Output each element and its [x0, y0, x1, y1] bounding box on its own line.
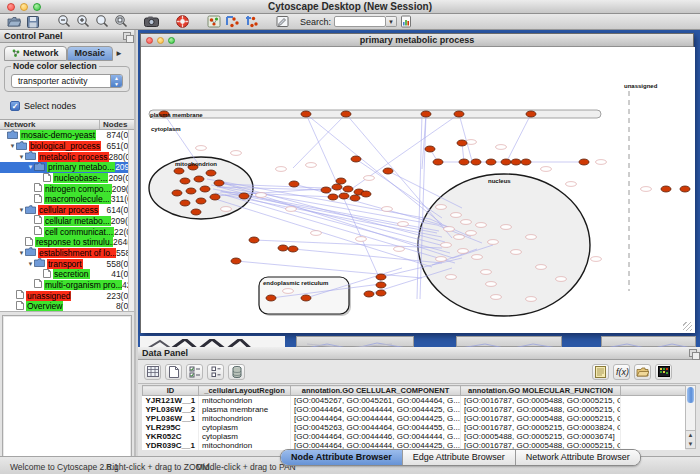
tree-row[interactable]: Overview8(0)	[0, 301, 134, 312]
graph-node[interactable]	[301, 111, 311, 117]
graph-node[interactable]	[186, 188, 196, 194]
tree-row[interactable]: macromolecule...311(0)	[0, 194, 134, 205]
new-attribute-icon[interactable]	[165, 364, 182, 380]
graph-node[interactable]	[486, 159, 496, 165]
tab-network[interactable]: Network	[4, 46, 67, 61]
graph-node[interactable]	[341, 111, 351, 117]
expand-triangle-icon[interactable]: ▼	[18, 154, 25, 160]
tab-network-attribute-browser[interactable]: Network Attribute Browser	[516, 450, 640, 465]
expand-triangle-icon[interactable]: ▼	[9, 143, 16, 149]
tree-row[interactable]: multi-organism pro...42(0)	[0, 280, 134, 291]
float-panel-icon[interactable]	[689, 349, 697, 357]
graph-node[interactable]	[433, 159, 443, 165]
graph-node[interactable]	[343, 186, 353, 192]
graph-node[interactable]	[361, 191, 371, 197]
tab-mosaic[interactable]: Mosaic	[67, 46, 114, 61]
search-option-icon[interactable]	[399, 15, 414, 28]
tree-row[interactable]: secretion41(0)	[0, 269, 134, 280]
graph-node[interactable]	[249, 237, 259, 243]
graph-node[interactable]	[526, 111, 536, 117]
tree-row[interactable]: cellular metabo...209(0)	[0, 216, 134, 227]
layout-a-icon[interactable]	[225, 15, 240, 28]
graph-node[interactable]	[200, 186, 210, 192]
graph-node[interactable]	[174, 168, 184, 174]
annotation-icon[interactable]	[275, 15, 290, 28]
network-window-titlebar[interactable]: primary metabolic process	[141, 34, 693, 47]
help-ring-icon[interactable]	[175, 15, 190, 28]
tree-col-nodes[interactable]: Nodes	[100, 120, 134, 129]
delete-attribute-icon[interactable]	[228, 364, 245, 380]
graph-node[interactable]	[328, 194, 338, 200]
tab-node-attribute-browser[interactable]: Node Attribute Browser	[281, 450, 403, 465]
graph-node[interactable]	[457, 140, 467, 146]
graph-node[interactable]	[191, 209, 201, 215]
float-panel-icon[interactable]	[123, 32, 131, 40]
import-attributes-icon[interactable]	[634, 364, 651, 380]
zoom-fit-icon[interactable]	[113, 15, 128, 28]
graph-node[interactable]	[579, 159, 589, 165]
vizmapper-icon[interactable]	[206, 15, 221, 28]
graph-node[interactable]	[266, 295, 276, 301]
matrix-icon[interactable]	[655, 364, 672, 380]
graph-node[interactable]	[321, 187, 331, 193]
graph-node[interactable]	[680, 186, 690, 192]
graph-node[interactable]	[383, 168, 393, 174]
resize-grip-icon[interactable]	[683, 322, 692, 331]
table-scrollbar-thumb[interactable]	[687, 387, 694, 403]
graph-node[interactable]	[339, 193, 349, 199]
graph-node[interactable]	[180, 178, 190, 184]
graph-node[interactable]	[351, 156, 361, 162]
graph-node[interactable]	[206, 170, 216, 176]
graph-node[interactable]	[376, 274, 386, 280]
graph-node[interactable]	[376, 282, 386, 288]
tree-row[interactable]: nitrogen compo...209(0)	[0, 183, 134, 194]
table-column-header[interactable]: _cellularLayoutRegion	[199, 386, 291, 396]
graph-node[interactable]	[231, 258, 241, 264]
graph-node[interactable]	[172, 190, 182, 196]
table-scrollbar[interactable]: ▲▼	[685, 385, 696, 449]
tree-col-network[interactable]: Network	[0, 120, 100, 129]
tab-overflow-arrow[interactable]: ►	[115, 49, 123, 58]
layout-b-icon[interactable]	[244, 15, 259, 28]
graph-node[interactable]	[376, 290, 386, 296]
graph-node[interactable]	[421, 111, 431, 117]
tree-row[interactable]: unassigned223(0)	[0, 290, 134, 301]
tree-row[interactable]: response to stimulu...264(0)	[0, 237, 134, 248]
graph-node[interactable]	[425, 146, 435, 152]
tree-row[interactable]: ▼biological_process651(0)	[0, 141, 134, 152]
zoom-out-icon[interactable]	[56, 15, 71, 28]
expand-triangle-icon[interactable]: ▼	[27, 164, 34, 170]
search-dropdown-arrow[interactable]: ▼	[386, 16, 397, 27]
tree-row[interactable]: ▼primary metabo...209(...	[0, 162, 134, 173]
snapshot-icon[interactable]	[144, 15, 159, 28]
combobox-stepper-icon[interactable]: ▲▼	[110, 75, 122, 87]
table-mode-icon[interactable]	[144, 364, 161, 380]
graph-node[interactable]	[210, 194, 220, 200]
tree-row[interactable]: ▼transport558(0)	[0, 258, 134, 269]
expand-triangle-icon[interactable]: ▼	[18, 250, 25, 256]
graph-node[interactable]	[196, 198, 206, 204]
table-scrollbar-arrows[interactable]: ▲▼	[686, 430, 695, 448]
tab-edge-attribute-browser[interactable]: Edge Attribute Browser	[403, 450, 516, 465]
notes-icon[interactable]	[592, 364, 609, 380]
graph-node[interactable]	[511, 159, 521, 165]
tree-row[interactable]: ▼metabolic process280(0)	[0, 151, 134, 162]
tree-row[interactable]: mosaic-demo-yeast874(0)	[0, 130, 134, 141]
graph-node[interactable]	[350, 195, 360, 201]
graph-node[interactable]	[239, 193, 249, 199]
graph-node[interactable]	[278, 245, 288, 251]
graph-node[interactable]	[288, 246, 298, 252]
tree-row[interactable]: ▼cellular process614(0)	[0, 205, 134, 216]
select-attributes-icon[interactable]	[186, 364, 203, 380]
graph-node[interactable]	[289, 181, 299, 187]
table-column-header[interactable]: ID	[143, 386, 199, 396]
graph-node[interactable]	[471, 159, 481, 165]
unselect-attributes-icon[interactable]	[207, 364, 224, 380]
table-column-header[interactable]: annotation.GO CELLULAR_COMPONENT	[291, 386, 461, 396]
save-icon[interactable]	[25, 15, 40, 28]
graph-node[interactable]	[454, 111, 464, 117]
graph-node[interactable]	[501, 159, 511, 165]
graph-node[interactable]	[332, 184, 342, 190]
select-nodes-checkbox[interactable]: ✓	[10, 101, 20, 111]
tree-row[interactable]: nucleobase-...209(0)	[0, 173, 134, 184]
